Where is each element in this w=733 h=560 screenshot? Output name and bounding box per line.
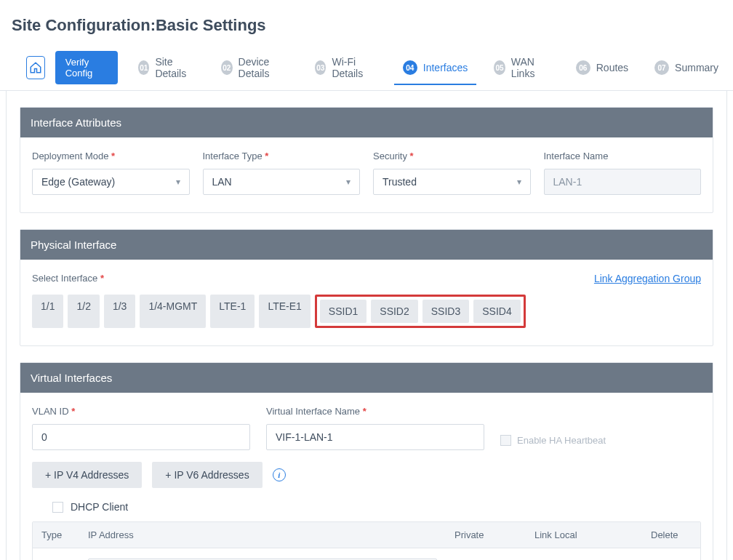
col-private: Private [446,522,526,548]
interface-chip[interactable]: 1/3 [104,295,135,328]
enable-ha-heartbeat-checkbox[interactable]: Enable HA Heartbeat [500,435,606,446]
checkbox-icon [500,435,511,446]
checkbox-label: Enable HA Heartbeat [517,435,606,446]
select-value: LAN [212,176,232,188]
delete-row-button[interactable] [642,554,700,561]
chevron-down-icon: ▾ [346,177,351,187]
section-header: Physical Interface [20,230,713,260]
dhcp-client-checkbox[interactable]: DHCP Client [52,501,701,513]
step-interfaces[interactable]: 04 Interfaces [393,56,478,79]
interface-chip[interactable]: SSID2 [371,300,417,323]
interface-name-label: Interface Name [544,151,702,161]
step-num: 02 [221,60,233,75]
step-label: Site Details [155,56,195,79]
interface-chip-row: 1/1 1/2 1/3 1/4-MGMT LTE-1 LTE-E1 SSID1 … [32,295,701,328]
col-type: Type [33,522,79,548]
verify-config-button[interactable]: Verify Config [55,51,118,84]
interface-chip[interactable]: LTE-E1 [259,295,310,328]
cell-type: IPv4 [33,556,79,560]
select-interface-label: Select Interface [32,273,104,284]
step-num: 03 [315,60,326,75]
step-num: 07 [654,60,669,75]
checkbox-label: DHCP Client [71,501,128,513]
interface-type-label: Interface Type [203,151,361,161]
interface-chip[interactable]: SSID4 [473,300,520,323]
section-physical-interface: Physical Interface Select Interface Link… [20,229,713,346]
virtual-interface-name-input[interactable] [266,424,484,450]
interface-chip[interactable]: 1/4-MGMT [140,295,206,328]
vlan-id-label: VLAN ID [32,406,250,417]
section-header: Virtual Interfaces [20,363,713,393]
checkbox-icon [52,502,63,513]
deployment-mode-select[interactable]: Edge (Gateway) ▾ [32,169,190,195]
step-wifi-details[interactable]: 03 Wi-Fi Details [305,52,387,84]
ip-address-table: Type IP Address Private Link Local Delet… [32,521,701,560]
step-label: Routes [596,62,628,73]
step-label: WAN Links [511,56,550,79]
deployment-mode-label: Deployment Mode [32,151,190,161]
section-header: Interface Attributes [20,108,713,137]
virtual-interface-name-label: Virtual Interface Name [266,406,484,417]
info-icon[interactable]: i [273,468,286,481]
select-value: Edge (Gateway) [41,176,115,188]
step-num: 04 [403,60,417,75]
step-label: Summary [675,62,718,73]
step-label: Device Details [239,56,289,79]
vlan-id-input[interactable] [32,424,250,450]
section-virtual-interfaces: Virtual Interfaces VLAN ID Virtual Inter… [20,362,713,560]
step-num: 01 [138,60,149,75]
step-summary[interactable]: 07 Summary [644,56,729,79]
interface-name-input: LAN-1 [544,169,702,195]
add-ipv6-button[interactable]: + IP V6 Addresses [152,462,262,488]
interface-chip[interactable]: SSID1 [320,300,366,323]
input-value: LAN-1 [553,176,582,188]
link-aggregation-link[interactable]: Link Aggregation Group [594,273,701,284]
col-ip: IP Address [79,522,446,548]
cell-link-local: N/A [526,556,642,560]
step-routes[interactable]: 06 Routes [566,56,638,79]
step-label: Wi-Fi Details [332,56,376,79]
step-device-details[interactable]: 02 Device Details [211,52,299,84]
col-link-local: Link Local [526,522,642,548]
home-icon[interactable] [26,56,45,79]
interface-chip[interactable]: 1/1 [32,295,63,328]
table-header-row: Type IP Address Private Link Local Delet… [33,522,700,548]
security-select[interactable]: Trusted ▾ [373,169,531,195]
interface-type-select[interactable]: LAN ▾ [203,169,361,195]
highlighted-ssid-group: SSID1 SSID2 SSID3 SSID4 [315,295,526,328]
interface-chip[interactable]: 1/2 [68,295,99,328]
select-value: Trusted [382,176,417,188]
col-delete: Delete [642,522,700,548]
interface-chip[interactable]: SSID3 [422,300,469,323]
wizard-nav: Verify Config 01 Site Details 02 Device … [0,48,733,91]
step-num: 05 [494,60,505,75]
security-label: Security [373,151,531,161]
chevron-down-icon: ▾ [176,177,180,187]
step-num: 06 [576,60,590,75]
step-site-details[interactable]: 01 Site Details [128,52,205,84]
step-wan-links[interactable]: 05 WAN Links [484,52,559,84]
add-ipv4-button[interactable]: + IP V4 Addresses [32,462,142,488]
table-row: IPv4 N/A [33,548,700,560]
chevron-down-icon: ▾ [517,177,521,187]
section-interface-attributes: Interface Attributes Deployment Mode Edg… [20,107,713,213]
page-title: Site Configuration:Basic Settings [0,0,733,48]
interface-chip[interactable]: LTE-1 [210,295,255,328]
step-label: Interfaces [423,62,468,73]
